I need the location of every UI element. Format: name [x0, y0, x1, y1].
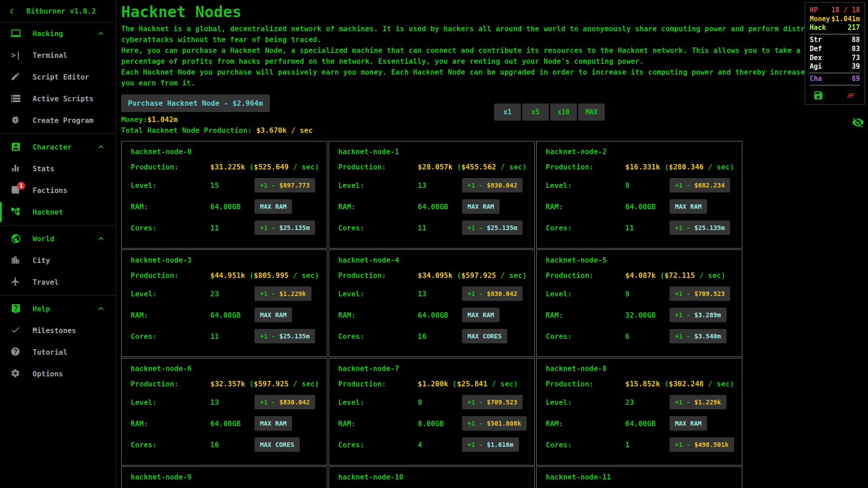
cores-label: Cores:: [338, 441, 418, 449]
upgrade-cores-button[interactable]: +1 -$1.616m: [462, 437, 519, 452]
section-label: Help: [33, 305, 50, 313]
cores-label: Cores:: [546, 332, 625, 341]
ram-label: RAM:: [546, 202, 625, 211]
chevron-up-icon: [96, 28, 106, 38]
kill-scripts-button[interactable]: [846, 90, 857, 101]
multiplier-x5-button[interactable]: x5: [522, 103, 549, 121]
upgrade-level-button[interactable]: +1 -$897.773: [255, 178, 315, 192]
upgrade-ram-button[interactable]: MAX RAM: [670, 416, 707, 431]
sidebar-item-options[interactable]: Options: [0, 363, 116, 385]
hacknet-node-grid: hacknet-node-0 Production:$31.225k ($525…: [121, 141, 868, 488]
upgrade-level-button[interactable]: +1 -$830.042: [255, 395, 315, 409]
level-label: Level:: [131, 181, 210, 190]
upgrade-level-button[interactable]: +1 -$1.229k: [255, 286, 311, 301]
upgrade-cores-button[interactable]: +1 -$498.501k: [670, 437, 734, 452]
production-label: Production:: [338, 271, 418, 280]
upgrade-cores-button[interactable]: +1 -$25.135m: [255, 329, 315, 343]
cores-value: 4: [418, 441, 462, 449]
sidebar-item-stats[interactable]: Stats: [0, 158, 116, 179]
production-label: Production:: [131, 163, 210, 171]
multiplier-x10-button[interactable]: x10: [550, 103, 577, 121]
ram-value: 32.00GB: [625, 311, 670, 319]
multiplier-max-button[interactable]: MAX: [578, 103, 605, 121]
sidebar-item-terminal[interactable]: >| Terminal: [0, 44, 116, 66]
hacknet-node-card: hacknet-node-2 Production:$16.331k ($280…: [536, 141, 742, 249]
ram-label: RAM:: [546, 419, 625, 428]
contact-card-icon: 1: [10, 185, 21, 196]
money-label: Money: [810, 15, 830, 24]
upgrade-ram-button[interactable]: MAX RAM: [255, 416, 292, 431]
hacknet-node-card: hacknet-node-0 Production:$31.225k ($525…: [121, 141, 327, 249]
cores-label: Cores:: [338, 332, 418, 341]
upgrade-cores-button[interactable]: MAX CORES: [462, 329, 507, 343]
sidebar-section-hacking[interactable]: Hacking: [0, 23, 116, 44]
upgrade-ram-button[interactable]: MAX RAM: [255, 199, 292, 214]
app-title: Bitburner v1.0.2: [26, 7, 96, 15]
upgrade-ram-button[interactable]: MAX RAM: [255, 308, 292, 322]
level-value: 13: [210, 398, 255, 407]
level-value: 8: [625, 181, 670, 190]
upgrade-cores-button[interactable]: +1 -$25.135m: [462, 221, 523, 235]
total-production-value: $3.670k / sec: [256, 126, 313, 135]
agi-label: Agi: [810, 62, 822, 71]
sidebar-item-script-editor[interactable]: Script Editor: [0, 66, 116, 88]
sidebar-item-tutorial[interactable]: Tutorial: [0, 341, 116, 363]
production-label: Production:: [546, 271, 625, 280]
sidebar-section-world[interactable]: World: [0, 228, 116, 249]
sidebar-item-create-program[interactable]: Create Program: [0, 109, 116, 131]
node-name: hacknet-node-6: [131, 364, 320, 373]
upgrade-ram-button[interactable]: MAX RAM: [462, 199, 500, 214]
def-label: Def: [810, 45, 822, 54]
sidebar-item-hacknet[interactable]: Hacknet: [0, 201, 116, 223]
dex-row: Dex73: [810, 54, 860, 63]
upgrade-level-button[interactable]: +1 -$682.234: [670, 178, 730, 192]
cores-value: 16: [418, 332, 462, 341]
sidebar-item-milestones[interactable]: Milestones: [0, 319, 116, 341]
upgrade-cores-button[interactable]: +1 -$25.135m: [255, 221, 315, 235]
upgrade-cores-button[interactable]: +1 -$3.540m: [670, 329, 726, 343]
collapse-sidebar-button[interactable]: [6, 6, 17, 17]
sidebar-item-factions[interactable]: 1 Factions: [0, 179, 116, 201]
toggle-overview-visibility-button[interactable]: [852, 116, 864, 129]
sidebar-item-label: Options: [33, 370, 63, 378]
save-game-button[interactable]: [813, 90, 824, 101]
upgrade-ram-button[interactable]: +1 -$501.808k: [462, 416, 527, 431]
cores-value: 6: [625, 332, 670, 341]
str-value: 88: [852, 36, 860, 45]
production-value: $15.852k ($302.248 / sec): [625, 380, 734, 388]
network-tree-icon: [10, 206, 21, 217]
upgrade-ram-button[interactable]: MAX RAM: [670, 199, 707, 214]
sidebar-item-label: Tutorial: [33, 348, 67, 357]
ram-value: 64.00GB: [625, 419, 670, 428]
chevron-left-icon: [6, 6, 17, 17]
upgrade-level-button[interactable]: +1 -$830.042: [462, 178, 523, 192]
hack-row: Hack217: [810, 23, 860, 33]
level-label: Level:: [131, 398, 210, 407]
money-label: Money:: [121, 115, 147, 124]
upgrade-cores-button[interactable]: MAX CORES: [255, 437, 300, 452]
hacknet-node-card: hacknet-node-1 Production:$28.057k ($455…: [329, 141, 535, 249]
sidebar-item-travel[interactable]: Travel: [0, 271, 116, 293]
upgrade-ram-button[interactable]: MAX RAM: [462, 308, 500, 322]
bug-icon: [10, 115, 21, 126]
overview-divider: [810, 34, 860, 34]
upgrade-level-button[interactable]: +1 -$1.229k: [670, 395, 726, 409]
sidebar-item-active-scripts[interactable]: Active Scripts: [0, 88, 116, 109]
level-value: 23: [625, 398, 670, 407]
upgrade-level-button[interactable]: +1 -$830.042: [462, 286, 523, 301]
purchase-hacknet-node-button[interactable]: Purchase Hacknet Node - $2.964m: [121, 94, 270, 112]
level-value: 9: [418, 398, 462, 407]
section-label: Character: [33, 143, 72, 151]
upgrade-level-button[interactable]: +1 -$709.523: [462, 395, 523, 409]
upgrade-cores-button[interactable]: +1 -$25.135m: [670, 221, 730, 235]
upgrade-ram-button[interactable]: +1 -$3.289m: [670, 308, 726, 322]
node-name: hacknet-node-11: [546, 473, 735, 481]
visibility-off-icon: [852, 116, 864, 129]
sidebar-section-character[interactable]: Character: [0, 136, 116, 158]
multiplier-x1-button[interactable]: x1: [494, 103, 521, 121]
cores-value: 11: [625, 224, 670, 232]
sidebar-item-city[interactable]: City: [0, 249, 116, 271]
upgrade-level-button[interactable]: +1 -$709.523: [670, 286, 730, 301]
sidebar-item-label: Active Scripts: [33, 94, 94, 103]
sidebar-section-help[interactable]: Help: [0, 298, 116, 319]
